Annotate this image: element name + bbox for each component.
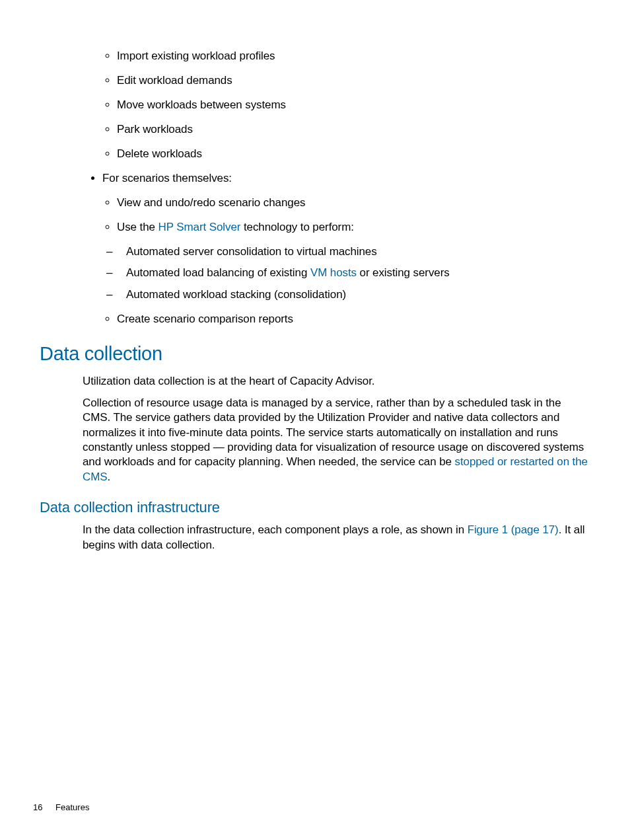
text: technology to perform: <box>240 221 354 233</box>
paragraph: Utilization data collection is at the he… <box>83 374 590 389</box>
list-item: Delete workloads <box>117 147 590 162</box>
list-item-vm-hosts: Automated load balancing of existing VM … <box>126 266 590 281</box>
list-item: Move workloads between systems <box>117 98 590 113</box>
heading-data-collection: Data collection <box>40 343 590 365</box>
text: or existing servers <box>357 266 450 279</box>
text: Use the <box>117 221 158 233</box>
list-item-scenarios: For scenarios themselves: <box>102 171 590 186</box>
link-vm-hosts[interactable]: VM hosts <box>310 266 357 279</box>
text: Automated load balancing of existing <box>126 266 310 279</box>
heading-data-collection-infrastructure: Data collection infrastructure <box>40 499 590 516</box>
list-item: Automated server consolidation to virtua… <box>126 245 590 260</box>
dash-list: Automated server consolidation to virtua… <box>83 245 590 303</box>
sublist-scenarios-cont: Create scenario comparison reports <box>83 312 590 327</box>
page-footer: 16 Features <box>33 802 89 812</box>
text: . <box>107 471 110 483</box>
list-item: Edit workload demands <box>117 73 590 89</box>
list-item: Create scenario comparison reports <box>117 312 590 327</box>
paragraph: In the data collection infrastructure, e… <box>83 523 590 553</box>
list-block: Import existing workload profiles Edit w… <box>83 49 590 327</box>
list-item: Automated workload stacking (consolidati… <box>126 287 590 303</box>
list-item: Park workloads <box>117 122 590 137</box>
link-hp-smart-solver[interactable]: HP Smart Solver <box>158 221 241 233</box>
top-list: For scenarios themselves: <box>83 171 590 186</box>
paragraph: Collection of resource usage data is man… <box>83 396 590 485</box>
footer-label: Features <box>55 802 89 812</box>
document-page: Import existing workload profiles Edit w… <box>0 0 630 840</box>
list-item-smart-solver: Use the HP Smart Solver technology to pe… <box>117 220 590 235</box>
text: In the data collection infrastructure, e… <box>83 523 468 536</box>
page-number: 16 <box>33 802 42 812</box>
list-item: View and undo/redo scenario changes <box>117 196 590 211</box>
sublist-workloads: Import existing workload profiles Edit w… <box>83 49 590 162</box>
list-item: Import existing workload profiles <box>117 49 590 64</box>
link-figure-1[interactable]: Figure 1 (page 17) <box>468 523 559 536</box>
sublist-scenarios: View and undo/redo scenario changes Use … <box>83 196 590 235</box>
